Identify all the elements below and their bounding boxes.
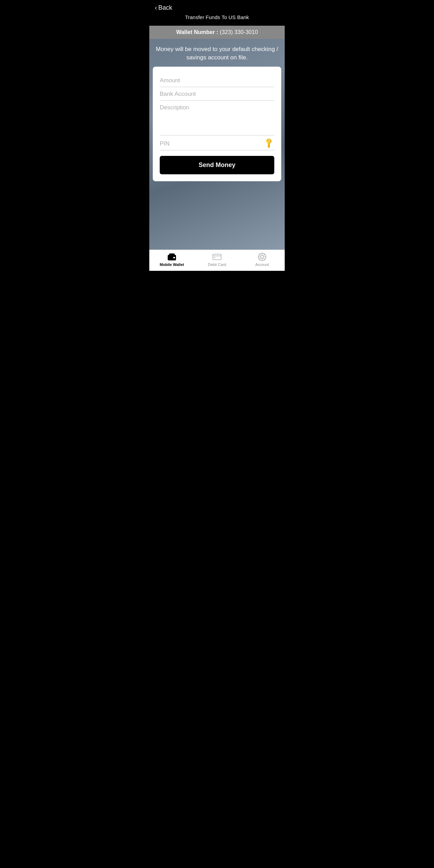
nav-label-account: Account — [255, 262, 269, 267]
back-chevron-icon: ‹ — [155, 4, 157, 11]
content-area: Money will be moved to your default chec… — [149, 39, 285, 250]
nav-label-mobile-wallet: Mobile Wallet — [160, 262, 184, 267]
account-icon — [257, 253, 267, 261]
description-field — [160, 101, 274, 137]
screen: ‹ Back Transfer Funds To US Bank Wallet … — [149, 0, 285, 271]
pin-input[interactable] — [160, 137, 274, 150]
form-card: 🔑 Send Money — [153, 67, 281, 181]
bottom-nav: Mobile Wallet Debit Card — [149, 250, 285, 271]
send-money-button[interactable]: Send Money — [160, 156, 274, 174]
description-input[interactable] — [160, 101, 274, 135]
svg-line-15 — [264, 254, 265, 256]
svg-line-13 — [259, 254, 261, 256]
nav-label-debit-card: Debit Card — [208, 262, 226, 267]
page-title: Transfer Funds To US Bank — [155, 14, 279, 22]
amount-field — [160, 74, 274, 87]
amount-input[interactable] — [160, 74, 274, 87]
svg-rect-1 — [168, 256, 176, 257]
bank-account-field — [160, 87, 274, 101]
pin-field: 🔑 — [160, 137, 274, 150]
wallet-number-display: Wallet Number : (323) 330-3010 — [176, 29, 258, 35]
svg-line-14 — [264, 258, 265, 260]
info-text: Money will be moved to your default chec… — [149, 39, 285, 67]
nav-item-mobile-wallet[interactable]: Mobile Wallet — [149, 253, 194, 267]
svg-rect-4 — [213, 254, 221, 260]
svg-rect-3 — [173, 257, 175, 258]
wallet-number-value: (323) 330-3010 — [220, 29, 258, 35]
bank-account-input[interactable] — [160, 87, 274, 101]
wallet-icon — [167, 253, 177, 261]
back-button[interactable]: ‹ Back — [155, 4, 279, 11]
header: ‹ Back Transfer Funds To US Bank — [149, 0, 285, 26]
nav-item-account[interactable]: Account — [240, 253, 285, 267]
svg-point-8 — [261, 256, 264, 258]
back-label: Back — [158, 4, 172, 11]
wallet-number-label: Wallet Number : — [176, 29, 218, 35]
debit-card-icon — [212, 253, 222, 261]
wallet-bar: Wallet Number : (323) 330-3010 — [149, 26, 285, 39]
svg-line-16 — [259, 258, 261, 260]
svg-rect-2 — [169, 253, 175, 255]
nav-item-debit-card[interactable]: Debit Card — [194, 253, 240, 267]
